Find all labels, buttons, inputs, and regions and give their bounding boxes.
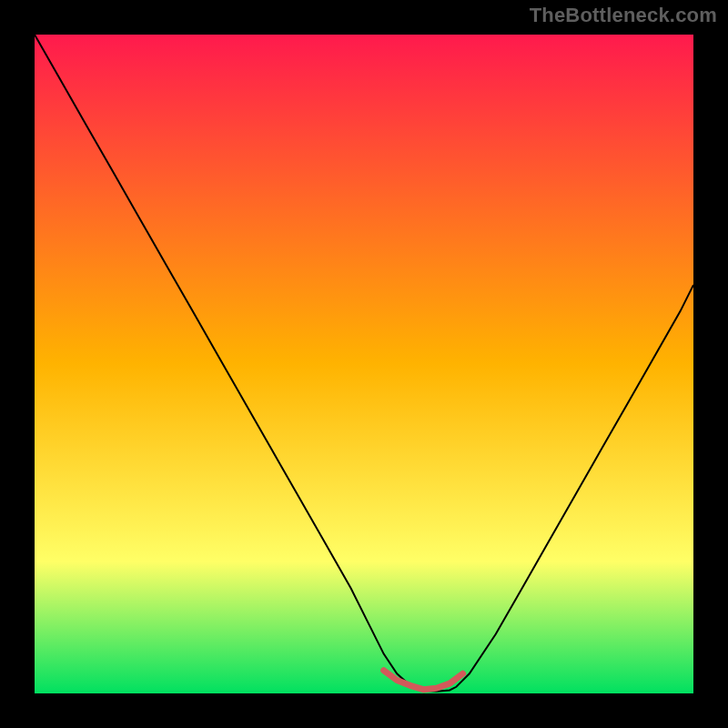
plot-svg bbox=[35, 35, 693, 693]
chart-frame: TheBottleneck.com bbox=[0, 0, 728, 728]
plot-area bbox=[35, 35, 693, 693]
watermark-text: TheBottleneck.com bbox=[530, 4, 717, 27]
plot-background bbox=[35, 35, 693, 693]
